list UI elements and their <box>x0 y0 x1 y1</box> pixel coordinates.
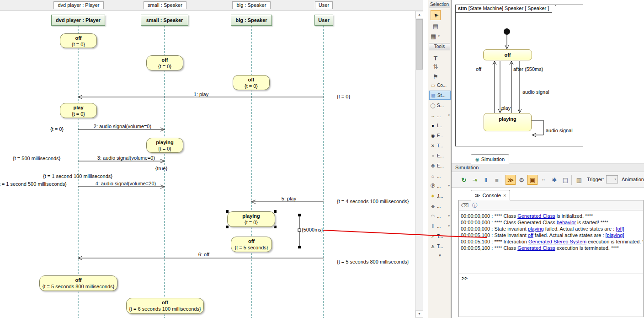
palette-item-message[interactable]: →...▾ <box>429 111 451 120</box>
palette-item-junction[interactable]: ✶J... <box>429 191 451 200</box>
initial-node[interactable] <box>504 28 510 35</box>
lifeline-head-dvd-player[interactable]: dvd player : Player <box>51 15 105 26</box>
flag-tool[interactable]: ⚑ <box>431 71 441 81</box>
palette-item-decision[interactable]: ◆... <box>429 201 451 210</box>
lifeline-head-big-speaker[interactable]: big : Speaker <box>231 15 272 26</box>
state-off[interactable]: off <box>483 49 532 60</box>
state-invariant[interactable]: off {t = 5 seconds} <box>231 237 272 252</box>
strip-lifeline-big-speaker[interactable]: big : Speaker <box>232 1 271 9</box>
strip-lifeline-small-speaker[interactable]: small : Speaker <box>144 1 186 9</box>
palette-item-exception[interactable]: ⊗E... <box>429 161 451 170</box>
pause-icon[interactable]: ‖ <box>481 175 491 185</box>
animate-toggle-icon[interactable]: ≫ <box>506 175 516 185</box>
time-constraint[interactable]: {t = 4 seconds 100 milliseconds} <box>337 199 409 204</box>
clear-console-icon[interactable]: ⌫ <box>461 201 469 210</box>
run-icon[interactable]: ↻ <box>459 175 469 185</box>
step-icon[interactable]: ⇥ <box>470 175 480 185</box>
palette-item-execution[interactable]: ○E... <box>429 151 451 160</box>
message-label[interactable]: 2: audio signal(volume=0) <box>94 124 151 129</box>
key-icon[interactable]: ✱ <box>549 175 559 185</box>
state-invariant[interactable]: off {t = 0} <box>60 33 97 48</box>
message-label[interactable]: 5: play <box>282 196 296 201</box>
scroll-up-button[interactable]: ▲ <box>415 11 423 18</box>
scrollbar-thumb[interactable] <box>416 19 423 70</box>
state-invariant[interactable]: off {t = 6 seconds 100 milliseconds} <box>126 298 204 314</box>
time-constraint[interactable]: {t = 1 second 500 milliseconds} <box>0 181 67 187</box>
scroll-down-button[interactable]: ▼ <box>415 310 423 318</box>
grid-tool[interactable]: ▦▾ <box>431 31 441 41</box>
message-label[interactable]: 4: audio signal(volume=20) <box>96 181 156 186</box>
tab-console[interactable]: ≫ Console × <box>471 190 510 200</box>
console-prompt[interactable]: >> <box>462 275 468 281</box>
stop-icon[interactable]: ■ <box>492 175 502 185</box>
sequence-diagram-canvas[interactable]: dvd player : Player small : Speaker big … <box>0 11 415 318</box>
strip-lifeline-user[interactable]: User <box>315 1 333 9</box>
palette-tools-header[interactable]: Tools <box>429 43 450 50</box>
state-playing[interactable]: playing <box>484 113 532 131</box>
tab-simulation[interactable]: ◉ Simulation <box>471 154 509 164</box>
duration-constraint-label[interactable]: {5000ms} <box>302 227 323 232</box>
palette-item-initial[interactable]: ●I... <box>429 121 451 130</box>
swap-tool[interactable]: ⇅ <box>431 61 441 71</box>
palette-item-terminate[interactable]: ✕T... <box>429 141 451 150</box>
state-invariant[interactable]: off {t = 0} <box>233 75 270 90</box>
canvas-vertical-scrollbar[interactable]: ▲ ▼ <box>415 11 423 318</box>
lifeline-head-user[interactable]: User <box>314 15 333 26</box>
lifeline-head-small-speaker[interactable]: small : Speaker <box>141 15 188 26</box>
state-invariant-selected[interactable]: playing {t = 0} <box>227 211 275 227</box>
state-invariant[interactable]: playing {t = 0} <box>146 138 183 153</box>
trigger-dropdown[interactable]: ▾ <box>606 175 618 183</box>
palette-scroll-down-button[interactable]: ▼ <box>436 253 444 259</box>
console-link[interactable]: off <box>528 232 533 238</box>
console-link[interactable]: Generated Class <box>517 245 555 251</box>
palette-selection-header[interactable]: Selection <box>429 1 450 8</box>
transition-label-off[interactable]: off <box>476 66 481 72</box>
film-icon[interactable]: ▥ <box>574 175 584 185</box>
breakpoints-icon[interactable]: ▣ <box>527 175 538 185</box>
console-link[interactable]: playing <box>528 226 544 232</box>
state-invariant[interactable]: play {t = 0} <box>60 103 97 118</box>
info-icon[interactable]: ⓘ <box>471 201 479 210</box>
time-constraint[interactable]: {t = 500 milliseconds} <box>13 156 60 161</box>
palette-item-state-invariant[interactable]: ▧St... <box>429 91 451 100</box>
time-constraint[interactable]: {t = 5 seconds 800 milliseconds} <box>337 259 409 264</box>
transition-label-play[interactable]: play <box>501 105 511 111</box>
palette-item-final[interactable]: ◉F... <box>429 131 451 140</box>
console-link[interactable]: behavior <box>557 220 576 225</box>
magnet-tool[interactable]: ┳ <box>431 51 441 61</box>
console-link[interactable]: [off] <box>616 226 624 232</box>
state-invariant-time: {t = 5 seconds 800 milliseconds} <box>40 283 117 290</box>
palette-item-transition[interactable]: ↗T... <box>429 232 451 241</box>
console-link[interactable]: [playing] <box>606 232 624 238</box>
close-icon[interactable]: × <box>503 193 506 198</box>
message-label[interactable]: 3: audio signal(volume=0) <box>97 155 155 161</box>
transition-label-audio-signal[interactable]: audio signal <box>522 89 549 95</box>
palette-item-common[interactable]: ▭Co... <box>429 81 451 90</box>
palette-item-fork[interactable]: ‖...▾ <box>429 221 451 231</box>
gear-icon[interactable]: ⚙ <box>516 175 527 185</box>
guard-label[interactable]: {true} <box>155 166 167 171</box>
options-dots-icon[interactable]: ◦◦ <box>538 175 548 185</box>
palette-item-dome[interactable]: ◠...▾ <box>429 211 451 221</box>
message-label[interactable]: 6: off <box>198 252 209 257</box>
message-label[interactable]: 1: play <box>194 92 208 97</box>
state-machine-frame[interactable]: stm [State Machine] Speaker [ Speaker ] … <box>455 5 583 146</box>
selection-cursor-tool[interactable]: ➤ <box>431 10 441 20</box>
palette-item-oval[interactable]: ◯S... <box>429 101 451 110</box>
state-invariant[interactable]: off {t = 0} <box>146 55 183 70</box>
state-invariant[interactable]: off {t = 5 seconds 800 milliseconds} <box>39 275 117 291</box>
palette-item-pentagon[interactable]: ⌂... <box>429 171 451 180</box>
console-link[interactable]: Generated Class <box>517 213 555 219</box>
time-constraint[interactable]: {t = 1 second 100 milliseconds} <box>43 173 112 179</box>
console-link[interactable]: Generated Stereo System <box>528 239 586 244</box>
palette-item-parameter[interactable]: Ⓟ...▾ <box>429 181 451 190</box>
time-constraint[interactable]: {t = 0} <box>337 94 350 99</box>
image-export-icon[interactable]: ▤ <box>560 175 570 185</box>
transition-label-audio-signal-loop[interactable]: audio signal <box>546 128 573 133</box>
duration-mid-handle[interactable] <box>298 229 301 232</box>
palette-item-actor[interactable]: ♙T... <box>429 242 451 251</box>
transition-label-after[interactable]: after (550ms) <box>513 66 543 72</box>
strip-lifeline-dvd-player[interactable]: dvd player : Player <box>53 1 104 9</box>
sticky-tool[interactable]: ▤ <box>431 21 441 31</box>
time-constraint[interactable]: {t = 0} <box>50 126 64 132</box>
